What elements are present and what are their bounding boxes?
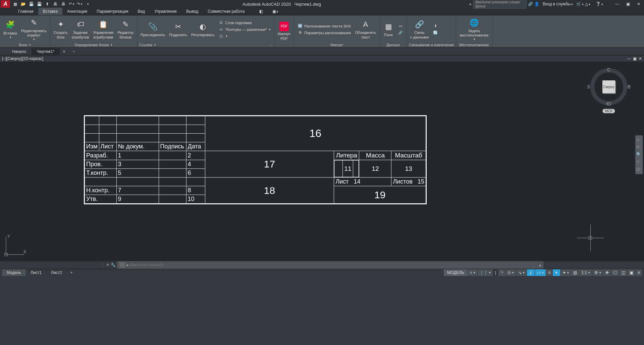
qat-open-icon[interactable]: 📂 <box>19 1 27 7</box>
tab-parametric[interactable]: Параметризация <box>92 8 133 15</box>
filetab-active[interactable]: Чертеж1* <box>32 48 60 55</box>
update-button[interactable]: 🔄 <box>431 30 439 36</box>
qat-print-icon[interactable]: 🖶 <box>60 1 67 7</box>
layout-model[interactable]: Модель <box>2 269 26 276</box>
ole-button[interactable]: ▭ <box>396 23 405 29</box>
insert-block-button[interactable]: 🧩Вставка▾ <box>2 19 18 40</box>
command-line[interactable]: ▸ ▴ <box>117 261 543 269</box>
tab-insert[interactable]: Вставка <box>38 8 63 15</box>
importpdf-button[interactable]: PDFИмпорт PDF <box>276 21 292 41</box>
vp-max-icon[interactable]: ▣ <box>633 56 637 61</box>
status-transp-icon[interactable]: ✦ <box>553 269 560 276</box>
vp-min-icon[interactable]: — <box>627 56 631 61</box>
filetab-add-icon[interactable]: ＋ <box>68 49 79 54</box>
qat-web-icon[interactable]: ⬆ <box>44 1 51 7</box>
cmd-close-icon[interactable]: ✕ <box>106 263 109 267</box>
datalink-button[interactable]: 🔗Связь с данными <box>409 18 430 40</box>
status-otrack-icon[interactable]: ▭ ▾ <box>535 269 546 276</box>
pan-icon[interactable]: ✥ <box>636 145 642 150</box>
filetab-start[interactable]: Начало <box>7 48 32 55</box>
showmotion-icon[interactable]: ▤ <box>636 167 642 172</box>
viewport-label[interactable]: [–][Сверху][2D-каркас] <box>2 56 43 61</box>
status-lwt-icon[interactable]: ≡ <box>546 269 552 276</box>
status-ortho-icon[interactable]: └ <box>498 269 505 276</box>
shx-button[interactable]: 🔤Распознавание текста SHX <box>296 23 352 29</box>
status-scale[interactable]: 1:1 ▾ <box>579 269 592 276</box>
create-block-button[interactable]: ✦Создать блок <box>52 18 69 40</box>
status-model[interactable]: МОДЕЛЬ <box>444 269 468 276</box>
status-clean-icon[interactable]: ▣ <box>628 269 635 276</box>
bedit-button[interactable]: ✎Редактор блоков <box>116 18 135 40</box>
qat-saveas-icon[interactable]: 💾 <box>36 1 43 7</box>
restore-button[interactable]: ▣ <box>623 1 633 7</box>
orbit-icon[interactable]: ⟳ <box>636 159 642 165</box>
viewport[interactable]: С Ю В З Сверху МСК ◎ ✥ 🔍 ⟳ ▤ YX 16 Изм Л… <box>0 62 644 261</box>
app-logo[interactable]: A <box>1 0 10 8</box>
tab-annotate[interactable]: Аннотации <box>62 8 92 15</box>
layout-2[interactable]: Лист2 <box>46 269 67 276</box>
tab-view[interactable]: Вид <box>133 8 150 15</box>
setlocation-button[interactable]: 🌐Задать местоположение▾ <box>458 17 490 42</box>
define-attr-button[interactable]: 🏷Задание атрибутов <box>70 18 91 40</box>
a360-icon[interactable]: △▾ <box>585 2 590 6</box>
viewcube-face[interactable]: Сверху <box>602 80 615 93</box>
field-button[interactable]: ▦Поле <box>382 21 395 38</box>
attach-button[interactable]: 📎Присоединить <box>139 21 166 38</box>
recog-settings-button[interactable]: ⚙Параметры распознавания <box>296 30 352 36</box>
block-panel-title[interactable]: Блок▾ <box>2 43 48 47</box>
wcs-badge[interactable]: МСК <box>602 109 615 113</box>
minimize-button[interactable]: — <box>612 1 622 7</box>
status-iso-icon[interactable]: ↘ ▾ <box>516 269 527 276</box>
status-anno-icon[interactable]: ▤ <box>571 269 579 276</box>
status-snap-icon[interactable]: ⋮⋮ ▾ <box>478 269 493 276</box>
qat-plot-icon[interactable]: 🖶 <box>52 1 59 7</box>
user-icon[interactable]: 👤 <box>534 2 539 6</box>
status-isolate-icon[interactable]: ◫ <box>620 269 627 276</box>
status-custom-icon[interactable]: ≡ <box>636 269 642 276</box>
status-gear-icon[interactable]: ⚙ ▾ <box>592 269 603 276</box>
status-ws-icon[interactable]: ✥ <box>603 269 611 276</box>
cmd-history-icon[interactable]: ▴ <box>539 263 541 267</box>
infocenter-search[interactable]: Введите ключевое слово/фразу <box>473 0 527 9</box>
hyperlink-button[interactable]: 🔗 <box>396 30 405 36</box>
close-button[interactable]: ✕ <box>634 1 643 7</box>
ref-panel-title[interactable]: Ссылка▾↘ <box>139 43 272 47</box>
help-icon[interactable]: ❔▾ <box>596 2 603 6</box>
status-selcyc-icon[interactable]: ✦ ▾ <box>560 269 571 276</box>
underlay-layers-button[interactable]: ☰Слои подложки <box>217 20 272 26</box>
ribbon-toggle-icon[interactable]: ▣▾ <box>268 8 283 15</box>
qat-dropdown-icon[interactable]: ▾ <box>84 1 91 7</box>
filetab-close-icon[interactable]: ✕ <box>60 49 68 54</box>
vp-close-icon[interactable]: ✕ <box>639 56 642 61</box>
connect-icon[interactable]: 🔗 <box>528 2 533 6</box>
blockdef-panel-title[interactable]: Определение блока▾ <box>52 43 135 47</box>
qat-save-icon[interactable]: 💾 <box>28 1 35 7</box>
full-nav-wheel-icon[interactable]: ◎ <box>636 137 642 143</box>
status-osnap-icon[interactable]: ∠ <box>527 269 535 276</box>
snap-underlay-button[interactable]: ◫▾ <box>217 33 272 39</box>
clip-button[interactable]: ✂Подрезать <box>168 21 189 38</box>
status-monitor-icon[interactable]: 🖵 <box>611 269 619 276</box>
tab-home[interactable]: Главная <box>13 8 38 15</box>
signin-button[interactable]: Вход в службы▾ <box>541 2 575 6</box>
command-input[interactable] <box>130 263 539 267</box>
layout-add-icon[interactable]: ＋ <box>67 270 76 275</box>
cmd-wrench-icon[interactable]: 🔧 <box>111 263 116 267</box>
tab-featured-apps-icon[interactable]: ◧ <box>255 8 268 15</box>
edit-attr-button[interactable]: ✎Редактировать атрибут▾ <box>20 17 48 42</box>
status-polar-icon[interactable]: ⊙ ▾ <box>505 269 516 276</box>
viewcube[interactable]: С Ю В З Сверху МСК <box>590 68 627 105</box>
qat-redo-icon[interactable]: ↷▾ <box>76 1 83 7</box>
extract-button[interactable]: ⬇ <box>431 23 439 29</box>
tab-output[interactable]: Вывод <box>181 8 203 15</box>
qat-undo-icon[interactable]: ↶▾ <box>68 1 75 7</box>
frames-button[interactable]: ▭*Контуры — различные*▾ <box>217 26 272 32</box>
cart-icon[interactable]: 🛒▾ <box>576 2 584 6</box>
adjust-button[interactable]: ◐Регулировать <box>190 21 216 38</box>
qat-new-icon[interactable]: ▦ <box>11 1 19 7</box>
manage-attr-button[interactable]: 📋Управление атрибутами <box>92 18 115 40</box>
cmd-handle-icon[interactable]: ⋮ <box>101 263 105 267</box>
combine-text-button[interactable]: AОбъединить текст <box>354 18 377 40</box>
status-grid-icon[interactable]: ⌗ ▾ <box>468 269 477 276</box>
layout-1[interactable]: Лист1 <box>26 269 46 276</box>
